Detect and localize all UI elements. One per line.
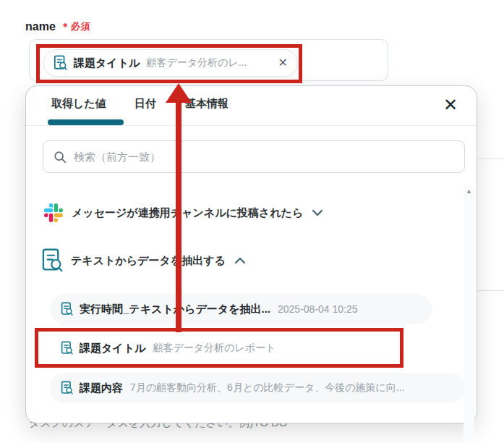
list-item-execution-time[interactable]: 実行時間_テキストからデータを抽出... 2025-08-04 10:25: [50, 294, 432, 324]
chevron-down-icon[interactable]: [312, 209, 323, 216]
required-badge: ＊必須: [61, 21, 91, 32]
item-value: 2025-08-04 10:25: [278, 303, 358, 315]
group-extract-data[interactable]: テキストからデータを抽出する: [41, 247, 246, 274]
search-input[interactable]: [74, 151, 454, 163]
field-name: name: [25, 20, 56, 33]
group-label: メッセージが連携用チャンネルに投稿されたら: [72, 206, 303, 220]
scroll-up-icon[interactable]: ▲: [466, 188, 472, 195]
chevron-up-icon[interactable]: [234, 257, 246, 264]
active-tab-indicator: [48, 119, 124, 125]
item-value: 7月の顧客動向分析、6月との比較データ、今後の施策に向...: [130, 381, 405, 395]
list-item-issue-title[interactable]: 課題タイトル 顧客データ分析のレポート: [50, 333, 395, 363]
item-title: 課題内容: [80, 381, 123, 395]
group-slack-trigger[interactable]: メッセージが連携用チャンネルに投稿されたら: [44, 203, 323, 222]
tab-bar: 取得した値 日付 基本情報 ✕: [26, 86, 477, 126]
tab-basic-info[interactable]: 基本情報: [185, 97, 228, 111]
item-title: 実行時間_テキストからデータを抽出...: [80, 303, 270, 316]
field-label: name＊必須: [25, 20, 91, 33]
extract-data-icon: [54, 55, 68, 71]
scrollbar[interactable]: ▲ ▼: [464, 185, 474, 443]
background-divider: [477, 290, 504, 291]
slack-icon: [44, 203, 63, 222]
chip-title: 課題タイトル: [74, 56, 140, 70]
tab-date[interactable]: 日付: [134, 97, 156, 111]
search-icon: [54, 151, 67, 164]
search-box[interactable]: [43, 140, 465, 173]
background-divider: [477, 159, 504, 159]
screen: タスクのステータスを入力してください。例)TO DO name＊必須 課題タイト…: [0, 0, 504, 443]
chip-remove-icon[interactable]: ✕: [278, 57, 288, 69]
tab-obtained-values[interactable]: 取得した値: [51, 97, 106, 111]
extract-data-icon: [61, 341, 74, 355]
value-picker-popup: 取得した値 日付 基本情報 ✕ メッセージが連携用チャンネルに投稿されたら: [25, 85, 477, 423]
list-item-issue-content[interactable]: 課題内容 7月の顧客動向分析、6月との比較データ、今後の施策に向...: [50, 373, 465, 403]
item-value: 顧客データ分析のレポート: [153, 342, 276, 355]
value-chip[interactable]: 課題タイトル 顧客データ分析のレ... ✕: [43, 49, 298, 77]
item-title: 課題タイトル: [80, 342, 145, 355]
chip-value: 顧客データ分析のレ...: [146, 56, 247, 69]
extract-data-icon: [61, 302, 74, 316]
close-icon[interactable]: ✕: [443, 95, 458, 116]
extract-data-icon: [61, 381, 74, 395]
extract-data-icon: [41, 247, 64, 274]
group-label: テキストからデータを抽出する: [71, 254, 226, 268]
